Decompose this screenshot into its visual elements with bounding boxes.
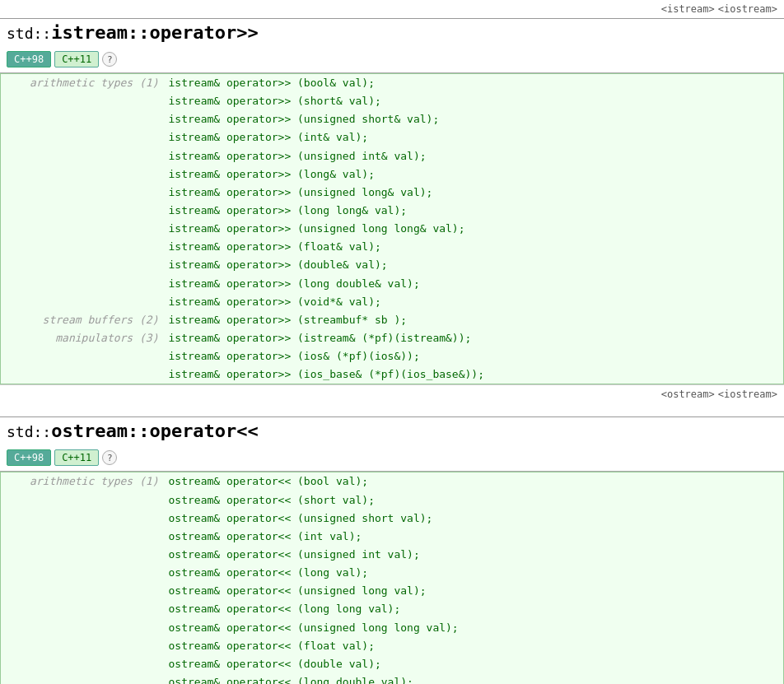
table-row: manipulators (3) istream& operator>> (is… xyxy=(1,329,784,347)
page: <istream> <iostream> std::istream::opera… xyxy=(0,0,784,684)
code-cell: istream& operator>> (unsigned int& val); xyxy=(166,147,784,165)
top-nav-links: <istream> <iostream> xyxy=(0,0,784,18)
code-cell: ostream& operator<< (unsigned long long … xyxy=(166,619,784,637)
code-cell: istream& operator>> (unsigned short& val… xyxy=(166,110,784,128)
iostream-top-link[interactable]: <iostream> xyxy=(718,3,777,15)
code-cell: ostream& operator<< (unsigned int val); xyxy=(166,546,784,564)
ostream-section: std::ostream::operator<< C++98 C++11 ? a… xyxy=(0,416,784,684)
code-cell: istream& operator>> (float& val); xyxy=(166,238,784,256)
istream-title: std::istream::operator>> xyxy=(0,18,784,46)
code-cell: istream& operator>> (long& val); xyxy=(166,165,784,184)
istream-bottom-links: <ostream> <iostream> xyxy=(0,384,784,403)
code-cell: istream& operator>> (long double& val); xyxy=(166,275,784,293)
code-cell: ostream& operator<< (unsigned long val); xyxy=(166,582,784,600)
code-cell: istream& operator>> (ios_base& (*pf)(ios… xyxy=(166,365,784,384)
code-cell: istream& operator>> (istream& (*pf)(istr… xyxy=(166,329,784,347)
code-cell: ostream& operator<< (long long val); xyxy=(166,600,784,618)
ostream-bottom-link[interactable]: <ostream> xyxy=(661,389,715,400)
code-cell: istream& operator>> (double& val); xyxy=(166,256,784,274)
istream-tabs-bar: C++98 C++11 ? xyxy=(0,46,784,73)
ostream-tabs-bar: C++98 C++11 ? xyxy=(0,444,784,472)
code-cell: istream& operator>> (long long& val); xyxy=(166,202,784,220)
code-cell: ostream& operator<< (double val); xyxy=(166,655,784,673)
code-cell: ostream& operator<< (unsigned short val)… xyxy=(166,510,784,528)
istream-help-icon[interactable]: ? xyxy=(102,52,117,67)
ostream-help-icon[interactable]: ? xyxy=(102,450,117,465)
code-cell: ostream& operator<< (short val); xyxy=(166,491,784,510)
iostream-bottom-link-2[interactable]: <iostream> xyxy=(718,389,777,400)
table-row: stream buffers (2) istream& operator>> (… xyxy=(1,311,784,329)
ostream-code-table: arithmetic types (1) ostream& operator<<… xyxy=(0,472,784,684)
ostream-tab-cpp11[interactable]: C++11 xyxy=(54,449,99,466)
code-cell: istream& operator>> (ios& (*pf)(ios&)); xyxy=(166,347,784,365)
ostream-title: std::ostream::operator<< xyxy=(0,416,784,444)
istream-code-table: arithmetic types (1) istream& operator>>… xyxy=(0,73,784,384)
code-cell: istream& operator>> (void*& val); xyxy=(166,293,784,311)
code-cell: istream& operator>> (int& val); xyxy=(166,128,784,147)
code-cell: istream& operator>> (bool& val); xyxy=(166,74,784,93)
code-cell: ostream& operator<< (int val); xyxy=(166,528,784,546)
istream-tab-cpp11[interactable]: C++11 xyxy=(54,51,99,67)
label-manipulators-istream: manipulators (3) xyxy=(1,329,166,384)
code-cell: istream& operator>> (unsigned long& val)… xyxy=(166,184,784,202)
code-cell: ostream& operator<< (float val); xyxy=(166,637,784,655)
section-gap xyxy=(0,403,784,416)
label-arithmetic-types-istream: arithmetic types (1) xyxy=(1,74,166,311)
table-row: arithmetic types (1) istream& operator>>… xyxy=(1,74,784,93)
code-cell: istream& operator>> (short& val); xyxy=(166,92,784,110)
istream-tab-cpp98[interactable]: C++98 xyxy=(7,51,51,67)
table-row: arithmetic types (1) ostream& operator<<… xyxy=(1,472,784,491)
code-cell: ostream& operator<< (bool val); xyxy=(166,472,784,491)
istream-section: std::istream::operator>> C++98 C++11 ? a… xyxy=(0,18,784,384)
code-cell: ostream& operator<< (long val); xyxy=(166,564,784,582)
code-cell: istream& operator>> (unsigned long long&… xyxy=(166,220,784,238)
ostream-tab-cpp98[interactable]: C++98 xyxy=(7,449,51,466)
istream-top-link[interactable]: <istream> xyxy=(661,3,715,15)
label-stream-buffers-istream: stream buffers (2) xyxy=(1,311,166,329)
code-cell: istream& operator>> (streambuf* sb ); xyxy=(166,311,784,329)
code-cell: ostream& operator<< (long double val); xyxy=(166,673,784,684)
label-arithmetic-types-ostream: arithmetic types (1) xyxy=(1,472,166,684)
